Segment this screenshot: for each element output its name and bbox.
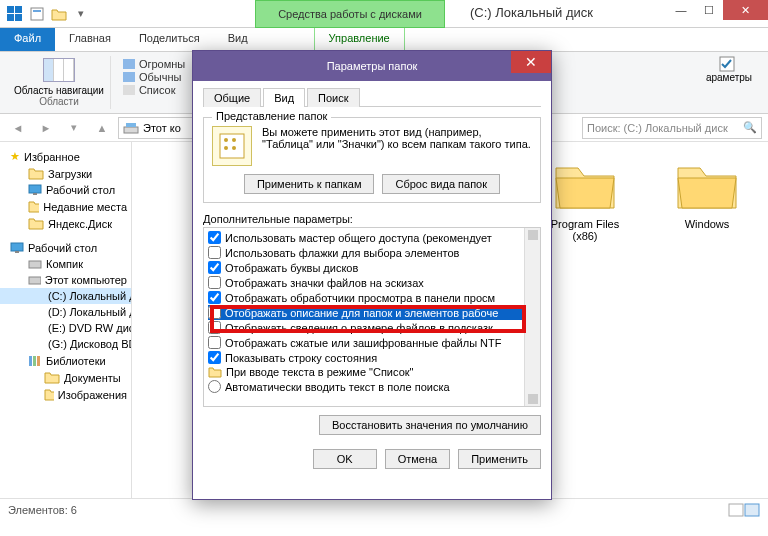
maximize-button[interactable]: ☐: [695, 0, 723, 20]
forward-button[interactable]: ►: [34, 116, 58, 140]
layout-list[interactable]: Список: [123, 84, 185, 96]
tab-view[interactable]: Вид: [214, 28, 262, 51]
tab-manage[interactable]: Управление: [314, 28, 405, 51]
ribbon-group-layout: Огромны Обычны Список: [117, 56, 191, 109]
option-checkbox[interactable]: [208, 351, 221, 364]
tree-downloads[interactable]: Загрузки: [0, 165, 131, 182]
cancel-button[interactable]: Отмена: [385, 449, 450, 469]
advanced-option[interactable]: Автоматически вводить текст в поле поиск…: [208, 379, 522, 394]
reset-folders-button[interactable]: Сброс вида папок: [382, 174, 500, 194]
tree-desktop-fav[interactable]: Рабочий стол: [0, 182, 131, 198]
advanced-option[interactable]: Использовать мастер общего доступа (реко…: [208, 230, 522, 245]
apply-button[interactable]: Применить: [458, 449, 541, 469]
folder-icon: [208, 366, 222, 378]
svg-rect-20: [33, 356, 36, 366]
option-label: Отображать описание для папок и элементо…: [225, 307, 498, 319]
ok-button[interactable]: OK: [313, 449, 377, 469]
drive-icon: [123, 121, 139, 135]
view-switcher[interactable]: [728, 503, 760, 517]
svg-rect-4: [31, 8, 43, 20]
option-checkbox[interactable]: [208, 261, 221, 274]
advanced-option[interactable]: Отображать значки файлов на эскизах: [208, 275, 522, 290]
option-checkbox[interactable]: [208, 336, 221, 349]
dialog-close-button[interactable]: ✕: [511, 51, 551, 73]
tree-drive-e[interactable]: (E:) DVD RW дисковод: [0, 320, 131, 336]
tree-favorites[interactable]: ★Избранное: [0, 148, 131, 165]
tab-file[interactable]: Файл: [0, 28, 55, 51]
advanced-settings-list[interactable]: Использовать мастер общего доступа (реко…: [203, 227, 541, 407]
svg-rect-8: [126, 123, 136, 127]
option-label: Автоматически вводить текст в поле поиск…: [225, 381, 450, 393]
layout-regular[interactable]: Обычны: [123, 71, 185, 83]
window-controls: — ☐ ✕: [667, 0, 768, 20]
folder-windows[interactable]: Windows: [662, 158, 752, 482]
svg-rect-22: [729, 504, 743, 516]
option-label: Отображать сжатые или зашифрованные файл…: [225, 337, 501, 349]
svg-rect-1: [15, 6, 22, 13]
svg-point-28: [232, 146, 236, 150]
dialog-titlebar[interactable]: Параметры папок ✕: [193, 51, 551, 81]
option-checkbox[interactable]: [208, 321, 221, 334]
option-checkbox[interactable]: [208, 306, 221, 319]
tree-images[interactable]: Изображения: [0, 386, 131, 403]
dialog-tab-view[interactable]: Вид: [263, 88, 305, 107]
navigation-pane-button[interactable]: [37, 58, 81, 86]
qat-dropdown-icon[interactable]: ▾: [72, 5, 90, 23]
dialog-tabs: Общие Вид Поиск: [203, 87, 541, 107]
advanced-option[interactable]: При вводе текста в режиме "Список": [208, 365, 522, 379]
disk-tools-contextual-tab[interactable]: Средства работы с дисками: [255, 0, 445, 28]
dialog-tab-general[interactable]: Общие: [203, 88, 261, 107]
layout-huge[interactable]: Огромны: [123, 58, 185, 70]
option-label: Отображать буквы дисков: [225, 262, 358, 274]
advanced-option[interactable]: Отображать сжатые или зашифрованные файл…: [208, 335, 522, 350]
back-button[interactable]: ◄: [6, 116, 30, 140]
svg-point-27: [224, 146, 228, 150]
tab-home[interactable]: Главная: [55, 28, 125, 51]
tree-desktop[interactable]: Рабочий стол: [0, 240, 131, 256]
apply-to-folders-button[interactable]: Применить к папкам: [244, 174, 375, 194]
tree-drive-c[interactable]: (C:) Локальный диск: [0, 288, 131, 304]
tree-documents[interactable]: Документы: [0, 369, 131, 386]
qat-properties-icon[interactable]: [28, 5, 46, 23]
ribbon-options[interactable]: араметры: [706, 56, 760, 109]
restore-defaults-button[interactable]: Восстановить значения по умолчанию: [319, 415, 541, 435]
folder-views-icon: [212, 126, 252, 166]
option-checkbox[interactable]: [208, 291, 221, 304]
tree-thispc[interactable]: Этот компьютер: [0, 272, 131, 288]
advanced-option[interactable]: Отображать описание для папок и элементо…: [208, 305, 522, 320]
option-checkbox[interactable]: [208, 276, 221, 289]
tab-share[interactable]: Поделиться: [125, 28, 214, 51]
qat-newfolder-icon[interactable]: [50, 5, 68, 23]
option-label: Отображать значки файлов на эскизах: [225, 277, 424, 289]
scrollbar[interactable]: [524, 228, 540, 406]
advanced-option[interactable]: Отображать сведения о размере файлов в п…: [208, 320, 522, 335]
up-button[interactable]: ▲: [90, 116, 114, 140]
folder-views-text: Вы можете применить этот вид (например, …: [262, 126, 532, 150]
close-button[interactable]: ✕: [723, 0, 768, 20]
svg-rect-0: [7, 6, 14, 13]
history-dropdown[interactable]: ▾: [62, 116, 86, 140]
search-field[interactable]: Поиск: (C:) Локальный диск 🔍: [582, 117, 762, 139]
tree-drive-g[interactable]: (G:) Дисковод BD-ROM: [0, 336, 131, 352]
option-checkbox[interactable]: [208, 246, 221, 259]
folder-program-files[interactable]: Program Files (x86): [540, 158, 630, 482]
option-radio[interactable]: [208, 380, 221, 393]
advanced-option[interactable]: Отображать буквы дисков: [208, 260, 522, 275]
dialog-tab-search[interactable]: Поиск: [307, 88, 359, 107]
svg-rect-19: [29, 356, 32, 366]
svg-rect-7: [124, 127, 138, 133]
option-label: При вводе текста в режиме "Список": [226, 366, 413, 378]
svg-rect-9: [29, 185, 41, 193]
tree-libraries[interactable]: Библиотеки: [0, 352, 131, 369]
tree-recent[interactable]: Недавние места: [0, 198, 131, 215]
tree-yandex[interactable]: Яндекс.Диск: [0, 215, 131, 232]
option-checkbox[interactable]: [208, 231, 221, 244]
tree-kompik[interactable]: Компик: [0, 256, 131, 272]
ribbon-group-areas: Область навигации Области: [8, 56, 111, 109]
advanced-option[interactable]: Показывать строку состояния: [208, 350, 522, 365]
minimize-button[interactable]: —: [667, 0, 695, 20]
advanced-option[interactable]: Использовать флажки для выбора элементов: [208, 245, 522, 260]
advanced-option[interactable]: Отображать обработчики просмотра в панел…: [208, 290, 522, 305]
svg-rect-23: [745, 504, 759, 516]
tree-drive-d[interactable]: (D:) Локальный диск: [0, 304, 131, 320]
